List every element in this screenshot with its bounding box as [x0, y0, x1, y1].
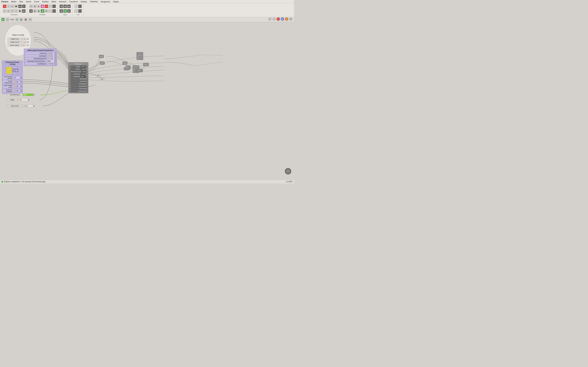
crv-node-1[interactable]: Crv [99, 55, 104, 58]
fib-in-baselayer: BaseLayerCount baseCurve [69, 70, 87, 73]
g-label-g: G [127, 66, 130, 67]
toolbar-icon-geo5[interactable]: ◉ [18, 5, 22, 8]
printer-extrusion-port [20, 90, 22, 92]
toolbar-input5[interactable]: ▦ [63, 9, 67, 13]
toolbar-prim12[interactable]: ⊞ [45, 9, 48, 13]
box-label: Box [13, 70, 16, 71]
printer-speed-label: print speed (mm/s) [3, 75, 13, 80]
menu-maths[interactable]: Maths [11, 0, 17, 3]
pointcount-slider[interactable]: point count 150 [7, 105, 44, 107]
toolbar-icon-geo10[interactable]: □ [14, 9, 18, 13]
printer-speed-port [20, 77, 22, 78]
toolbar-util2[interactable]: ⊙ [78, 5, 82, 8]
printer-config-title: Potterbot Printer Config [3, 61, 22, 65]
toolbar-input1[interactable]: ▦ [60, 5, 63, 8]
eye-icon[interactable]: ◉ [24, 18, 27, 21]
toolbar-util1[interactable]: → [74, 5, 78, 8]
zoom-check[interactable] [16, 18, 18, 21]
fib-port-out-out [86, 76, 87, 77]
toolbar-input2[interactable]: ▦ [63, 5, 67, 8]
menu-surface[interactable]: Surface [42, 0, 49, 3]
diff-edge-port [55, 63, 56, 65]
toolbar-input3[interactable]: ▦ [67, 5, 71, 8]
tr-icon-5[interactable]: ⊕ [285, 17, 288, 21]
toolbar-prim8[interactable]: ▦ [29, 9, 33, 13]
numfibonacci-value[interactable]: 18 [23, 93, 33, 96]
join-node[interactable]: Join [143, 63, 149, 66]
toolbar-prim11[interactable]: ▩ [41, 9, 44, 13]
toolbar-util3[interactable]: → [74, 9, 78, 13]
toolbar-prim7[interactable]: ⊙ [52, 5, 56, 8]
height-slider[interactable]: height 30 [7, 98, 42, 101]
diff-growth-title: Differential Growth Parameters [25, 50, 56, 51]
menu-kangaroo2[interactable]: Kangaroo2 [101, 0, 110, 3]
menu-transform[interactable]: Transform [69, 0, 78, 3]
pin-node-1[interactable]: Pin [96, 74, 101, 77]
menu-vector[interactable]: Vector [26, 0, 31, 3]
crv-node-2[interactable]: Crv [100, 61, 105, 65]
zoom-level: 82% [10, 18, 14, 21]
tr-icon-6[interactable]: ⊞ [289, 17, 293, 21]
menu-clipper[interactable]: Clipper [113, 0, 119, 3]
numfibonacci-slider[interactable]: NumFibonacci 18 [7, 93, 42, 96]
toolbar-icon-geo11[interactable]: ⬟ [18, 9, 22, 13]
tr-icon-4[interactable]: ◉ [281, 17, 284, 21]
mirror-node-2[interactable]: Mirror [136, 69, 143, 72]
toolbar-input4[interactable]: ▦ [60, 9, 63, 13]
rebcrv-node[interactable]: C RebCrv R E [137, 52, 143, 60]
fib-in-radius: Radius heightCurve [69, 68, 87, 70]
menu-sets[interactable]: Sets [19, 0, 23, 3]
rebcrv-title: RebCrv [137, 55, 142, 56]
crv-node-3[interactable]: Crv [122, 61, 127, 65]
menu-curve[interactable]: Curve [34, 0, 39, 3]
fib-label-maxspeed: maxSpeed [71, 75, 81, 78]
toolbar-prim14[interactable]: ▼ [52, 9, 56, 13]
toolbar-icon-hex1[interactable]: ⬡ [10, 5, 14, 8]
brush-icon[interactable]: ✏ [29, 18, 32, 21]
toolbar-prim10[interactable]: ▨ [37, 9, 40, 13]
dot-baselayers [23, 45, 24, 46]
toolbar-icon-x[interactable]: ✕ [3, 5, 6, 8]
toolbar-prim3[interactable]: ▲ [37, 5, 40, 8]
fib-port-maxedgelen-in [69, 83, 70, 84]
toolbar-prim13[interactable]: → [49, 9, 52, 13]
menu-intersect[interactable]: Intersect [59, 0, 66, 3]
menu-params[interactable]: Params [1, 0, 9, 3]
toolbar-icon-geo8[interactable]: △ [7, 9, 10, 13]
toolbar-util4[interactable]: ▼ [78, 9, 82, 13]
toolbar-prim6[interactable]: → [49, 5, 52, 8]
printer-extrusion-label: extrusion multiplier [3, 89, 13, 93]
pin-node-2[interactable]: Pin [100, 78, 104, 81]
toolbar-icon-circle[interactable]: ○ [7, 5, 10, 8]
menu-mesh[interactable]: Mesh [52, 0, 56, 3]
toolbar-icon-geo6[interactable]: ⊕ [22, 5, 26, 8]
toolbar-icon-hex2[interactable]: ⬢ [14, 5, 18, 8]
fullscreen-icon[interactable]: ⊞ [20, 18, 23, 21]
menu-pufferfish[interactable]: Pufferfish [90, 0, 98, 3]
toolbar-icon-geo7[interactable]: ◇ [3, 9, 6, 13]
toolbar-prim9[interactable]: ▧ [33, 9, 37, 13]
diff-maxspeed-row: maxSpeed 2.42 [25, 55, 56, 57]
height-value[interactable]: 30 [17, 99, 28, 101]
toolbar-prim5[interactable]: ♦ [45, 5, 48, 8]
tr-icon-3[interactable]: ● [277, 17, 280, 21]
tr-icon-1[interactable]: ⊙ [268, 17, 272, 21]
g-node[interactable]: G P [126, 65, 130, 70]
toolbar-icon-geo9[interactable]: ▽ [10, 9, 14, 13]
fib-port-curve-out [86, 66, 87, 67]
printer-nozzle-dot [14, 82, 15, 83]
toolbar-prim2[interactable]: ◈ [33, 5, 37, 8]
tr-icon-2[interactable]: ◇ [272, 17, 276, 21]
canvas[interactable]: Object Config Height (cm) 8.0 Radius (cm… [0, 22, 294, 180]
toolbar-input6[interactable]: ▦ [67, 9, 71, 13]
open-icon[interactable]: □ [6, 18, 9, 21]
menu-display[interactable]: Display [81, 0, 87, 3]
save-icon[interactable]: ▣ [1, 18, 5, 21]
fib-label-sepconrat: sepConRat [71, 80, 87, 83]
toolbar-prim4[interactable]: ▣ [41, 5, 44, 8]
toolbar-icon-geo12[interactable]: ▦ [22, 9, 26, 13]
fib-in-nozzlewidth: NozzleWidth [69, 85, 87, 87]
pointcount-value[interactable]: 150 [23, 105, 33, 107]
diff-maxforce-label: maxForce [25, 52, 47, 55]
toolbar-prim1[interactable]: ● [29, 5, 33, 8]
